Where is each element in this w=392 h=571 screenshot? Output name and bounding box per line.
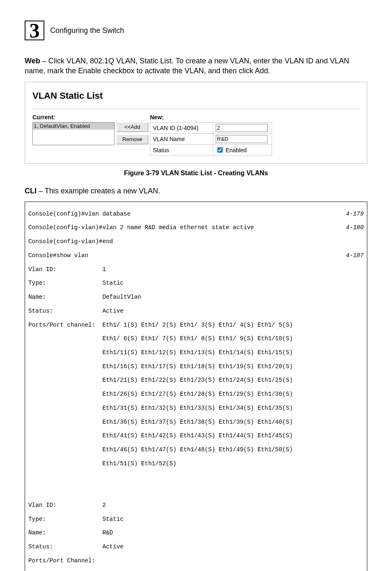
cli-intro-text: – This example creates a new VLAN.: [37, 187, 160, 195]
new-label: New:: [150, 114, 272, 121]
cli-line: Type: Static: [28, 280, 124, 286]
vlan-name-label: VLAN Name: [150, 133, 213, 144]
page-header: 3 Configuring the Switch: [25, 21, 367, 40]
current-label: Current:: [32, 114, 115, 121]
cli-line: Vlan ID: 2: [28, 502, 106, 508]
cli-line: Eth1/26(S) Eth1/27(S) Eth1/28(S) Eth1/29…: [28, 391, 293, 397]
cli-line: Status: Active: [28, 308, 124, 314]
chapter-title: Configuring the Switch: [50, 26, 124, 35]
cli-line: Eth1/11(S) Eth1/12(S) Eth1/13(S) Eth1/14…: [28, 349, 293, 356]
cli-line: Status: Active: [28, 543, 124, 550]
web-label: Web: [25, 57, 40, 65]
cli-line: Eth1/41(S) Eth1/42(S) Eth1/43(S) Eth1/44…: [28, 432, 293, 439]
figure-caption: Figure 3-79 VLAN Static List - Creating …: [25, 169, 367, 177]
cli-line: Console(config)#vlan database: [28, 211, 131, 217]
cli-line: Eth1/16(S) Eth1/17(S) Eth1/18(S) Eth1/19…: [28, 363, 293, 370]
cli-line: Eth1/31(S) Eth1/32(S) Eth1/33(S) Eth1/34…: [28, 405, 293, 411]
new-vlan-table: VLAN ID (1-4094) VLAN Name Status Enable…: [150, 122, 272, 156]
chapter-number-badge: 3: [25, 21, 44, 40]
cli-line: Console(config-vlan)#end: [28, 238, 113, 245]
status-label: Status: [150, 144, 213, 156]
cli-ref: 4-187: [346, 252, 364, 259]
panel-divider: [32, 109, 360, 109]
vlan-static-list-panel: VLAN Static List Current: 1, DefaultVlan…: [25, 82, 367, 164]
cli-line: Name: DefaultVlan: [28, 294, 141, 300]
cli-ref: 4-180: [346, 224, 364, 231]
cli-line: Eth1/46(S) Eth1/47(S) Eth1/48(S) Eth1/49…: [28, 446, 293, 453]
current-column: Current: 1, DefaultVlan, Enabled: [32, 114, 115, 146]
cli-line: Eth1/51(S) Eth1/52(S): [28, 460, 176, 467]
cli-line: Type: Static: [28, 516, 124, 522]
cli-line: Name: R&D: [28, 529, 113, 536]
vlan-name-input[interactable]: [216, 135, 267, 143]
cli-intro: CLI – This example creates a new VLAN.: [25, 186, 367, 196]
remove-button[interactable]: Remove: [116, 135, 148, 144]
new-column: New: VLAN ID (1-4094) VLAN Name Status E…: [150, 114, 272, 156]
vlan-id-label: VLAN ID (1-4094): [150, 122, 213, 133]
cli-line: Ports/Port channel: Eth1/ 1(S) Eth1/ 2(S…: [28, 322, 293, 328]
cli-ref: 4-179: [346, 211, 364, 218]
transfer-buttons: <<Add Remove: [116, 114, 148, 144]
cli-line: Eth1/ 6(S) Eth1/ 7(S) Eth1/ 8(S) Eth1/ 9…: [28, 335, 293, 342]
intro-text: – Click VLAN, 802.1Q VLAN, Static List. …: [25, 57, 349, 75]
panel-title: VLAN Static List: [32, 91, 360, 101]
cli-line: Eth1/36(S) Eth1/37(S) Eth1/38(S) Eth1/39…: [28, 419, 293, 425]
vlan-id-input[interactable]: [216, 124, 267, 132]
cli-line: Console#show vlan: [28, 252, 88, 259]
cli-line: Eth1/21(S) Eth1/22(S) Eth1/23(S) Eth1/24…: [28, 377, 293, 383]
cli-line: Ports/Port Channel:: [28, 557, 95, 564]
status-enabled-label: Enabled: [226, 147, 247, 153]
cli-line: Vlan ID: 1: [28, 266, 106, 273]
intro-paragraph: Web – Click VLAN, 802.1Q VLAN, Static Li…: [25, 56, 367, 76]
add-button[interactable]: <<Add: [116, 122, 148, 132]
current-listbox-item[interactable]: 1, DefaultVlan, Enabled: [33, 123, 114, 130]
status-enabled-checkbox[interactable]: [217, 147, 223, 153]
cli-output: Console(config)#vlan database4-179 Conso…: [25, 202, 367, 571]
chapter-number: 3: [30, 20, 40, 41]
cli-label: CLI: [25, 187, 37, 195]
current-listbox[interactable]: 1, DefaultVlan, Enabled: [32, 122, 115, 145]
cli-line: Console(config-vlan)#vlan 2 name R&D med…: [28, 224, 254, 231]
